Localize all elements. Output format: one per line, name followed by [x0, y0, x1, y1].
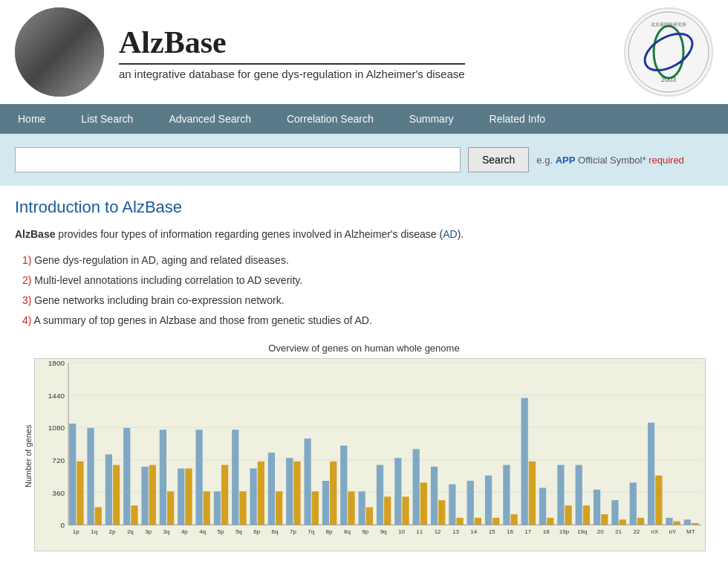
svg-rect-67 [312, 491, 319, 525]
search-input[interactable] [15, 147, 461, 172]
svg-text:9q: 9q [380, 528, 387, 535]
svg-rect-111 [576, 464, 582, 525]
intro-item-3-text: Gene networks including brain co-express… [34, 294, 284, 306]
svg-text:12: 12 [435, 528, 441, 535]
svg-text:1q: 1q [91, 528, 97, 535]
search-hint: e.g. APP Official Symbol* required [536, 155, 684, 166]
intro-item-4-text: A summary of top genes in Alzbase and th… [34, 314, 372, 326]
chart-svg: 1800 1440 1080 720 360 0 1p1q2p2q3p3q4p4… [34, 358, 706, 551]
navbar: Home List Search Advanced Search Correla… [0, 104, 728, 134]
search-required-text: required [649, 155, 684, 166]
svg-point-3 [59, 22, 82, 52]
svg-rect-82 [402, 496, 409, 525]
y-axis-label: Number of genes [22, 358, 34, 554]
svg-rect-93 [467, 481, 474, 525]
intro-item-3: 3) Gene networks including brain co-expr… [22, 291, 713, 310]
nav-home[interactable]: Home [0, 104, 63, 134]
svg-text:720: 720 [52, 456, 65, 464]
header: AlzBase an integrative database for gene… [0, 0, 728, 104]
svg-rect-90 [449, 484, 455, 525]
svg-rect-46 [185, 468, 192, 525]
institute-logo: 2003 北京基因组研究所 [624, 7, 713, 97]
nav-advanced-search[interactable]: Advanced Search [151, 104, 269, 134]
svg-rect-54 [232, 430, 238, 525]
svg-rect-31 [95, 507, 102, 525]
alz-bold: AlzBase [15, 228, 55, 240]
header-left: AlzBase an integrative database for gene… [15, 7, 465, 97]
svg-text:3q: 3q [163, 528, 170, 535]
search-official-symbol: Official Symbol* [578, 155, 646, 166]
chart-container: Overview of genes on human whole genome … [15, 343, 713, 554]
svg-rect-60 [268, 453, 275, 525]
svg-text:7q: 7q [308, 528, 314, 535]
svg-text:8q: 8q [344, 528, 351, 535]
svg-rect-36 [123, 427, 130, 524]
svg-rect-76 [366, 507, 373, 525]
svg-rect-27 [69, 424, 76, 525]
svg-rect-91 [456, 517, 463, 524]
svg-rect-87 [431, 467, 438, 525]
svg-rect-73 [348, 491, 354, 525]
num-1: 1) [22, 254, 31, 266]
svg-rect-88 [438, 500, 445, 525]
search-button[interactable]: Search [468, 147, 529, 172]
svg-rect-78 [377, 464, 383, 525]
svg-rect-45 [178, 468, 184, 525]
num-2: 2) [22, 274, 31, 286]
svg-text:MT: MT [686, 528, 695, 535]
main-content: Introduction to AlzBase AlzBase provides… [0, 186, 728, 566]
svg-rect-85 [420, 482, 427, 525]
title-divider [119, 63, 465, 65]
svg-rect-34 [113, 464, 120, 525]
svg-rect-120 [630, 482, 637, 525]
svg-rect-94 [475, 517, 481, 524]
svg-point-5 [41, 46, 78, 73]
svg-text:10: 10 [398, 528, 405, 535]
svg-rect-123 [648, 422, 654, 524]
svg-rect-7 [63, 48, 79, 78]
svg-text:1440: 1440 [48, 391, 65, 399]
svg-point-1 [31, 30, 58, 67]
intro-item-1-text: Gene dys-regulation in AD, aging and rel… [34, 254, 288, 266]
svg-text:6p: 6p [253, 528, 260, 535]
svg-rect-70 [330, 461, 337, 524]
svg-rect-42 [160, 430, 166, 525]
svg-rect-97 [493, 517, 499, 524]
svg-text:8p: 8p [326, 528, 333, 535]
svg-rect-100 [510, 514, 517, 525]
nav-list-search[interactable]: List Search [63, 104, 151, 134]
num-3: 3) [22, 294, 31, 306]
chart-svg-container: 1800 1440 1080 720 360 0 1p1q2p2q3p3q4p4… [34, 358, 706, 554]
svg-text:14: 14 [470, 528, 477, 535]
chart-title: Overview of genes on human whole genome [22, 343, 706, 354]
svg-text:1800: 1800 [48, 359, 65, 367]
intro-item-2: 2) Multi-level annotations including cor… [22, 271, 713, 290]
svg-rect-109 [565, 505, 571, 525]
svg-rect-75 [359, 491, 365, 525]
app-title: AlzBase [119, 25, 465, 60]
svg-rect-43 [167, 491, 174, 525]
svg-rect-30 [87, 427, 94, 524]
svg-rect-114 [594, 489, 600, 524]
svg-rect-117 [611, 500, 618, 525]
svg-rect-61 [276, 491, 282, 525]
svg-rect-121 [637, 517, 644, 524]
svg-rect-69 [322, 481, 329, 525]
svg-text:4p: 4p [181, 528, 188, 535]
svg-rect-81 [394, 458, 401, 525]
search-bar: Search e.g. APP Official Symbol* require… [0, 134, 728, 186]
svg-rect-96 [485, 475, 492, 524]
nav-summary[interactable]: Summary [391, 104, 472, 134]
svg-rect-63 [286, 458, 293, 525]
nav-correlation-search[interactable]: Correlation Search [269, 104, 391, 134]
svg-text:15: 15 [489, 528, 495, 535]
svg-text:5q: 5q [235, 528, 242, 535]
svg-rect-58 [258, 461, 264, 524]
nav-related-info[interactable]: Related Info [472, 104, 564, 134]
svg-rect-6 [37, 52, 52, 78]
svg-rect-126 [666, 517, 672, 524]
svg-rect-33 [105, 454, 112, 525]
intro-title: Introduction to AlzBase [15, 198, 713, 217]
svg-text:19p: 19p [559, 528, 570, 535]
svg-point-0 [15, 7, 104, 97]
